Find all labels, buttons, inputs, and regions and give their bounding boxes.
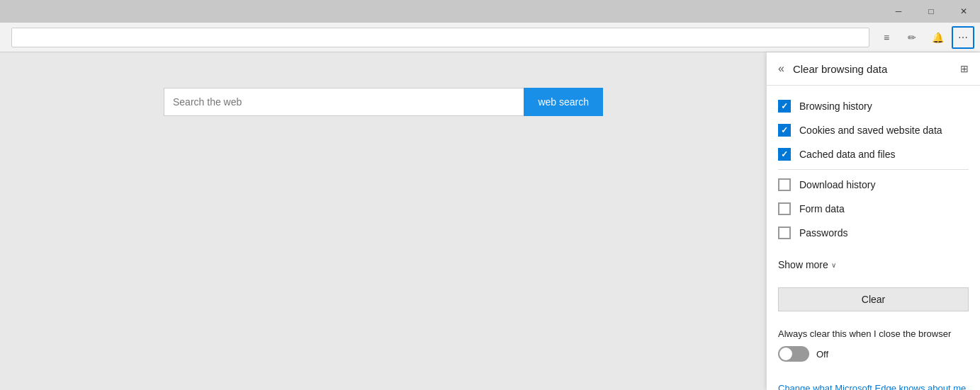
toolbar-icons: ≡ ✏ 🔔 ⋯ [875,26,974,49]
panel-title: Clear browsing data [793,63,952,75]
always-clear-toggle[interactable] [778,346,809,362]
back-button[interactable]: « [778,62,784,75]
list-item[interactable]: Download history [778,173,969,197]
titlebar: ─ □ ✕ [0,0,980,23]
cookies-label: Cookies and saved website data [799,125,942,136]
hamburger-icon[interactable]: ≡ [875,26,898,49]
checkbox-form-data[interactable] [778,202,791,215]
passwords-label: Passwords [799,227,847,239]
list-item[interactable]: Cached data and files [778,142,969,166]
browsing-history-label: Browsing history [799,101,872,112]
search-input[interactable] [164,88,524,116]
browser-chrome: ≡ ✏ 🔔 ⋯ [0,23,980,52]
toggle-state-label: Off [816,349,828,360]
checkbox-cached-data[interactable] [778,148,791,161]
divider [778,169,969,170]
clear-button-container: Clear [767,276,980,323]
close-button[interactable]: ✕ [947,0,980,23]
download-history-label: Download history [799,179,875,190]
always-clear-section: Always clear this when I close the brows… [767,323,980,373]
annotate-icon[interactable]: ✏ [901,26,923,49]
checkbox-list: Browsing history Cookies and saved websi… [767,86,980,253]
checkbox-download-history[interactable] [778,178,791,191]
show-more-label: Show more [778,259,828,270]
address-bar[interactable] [11,28,869,47]
always-clear-label: Always clear this when I close the brows… [778,328,969,339]
list-item[interactable]: Form data [778,197,969,221]
maximize-button[interactable]: □ [915,0,947,23]
panel-header: « Clear browsing data ⊞ [767,52,980,86]
form-data-label: Form data [799,203,845,214]
chevron-down-icon: ∨ [831,261,836,269]
notifications-icon[interactable]: 🔔 [926,26,949,49]
search-button[interactable]: web search [524,88,603,116]
cached-data-label: Cached data and files [799,149,895,160]
menu-button[interactable]: ⋯ [952,26,974,49]
checkbox-browsing-history[interactable] [778,100,791,113]
cloud-link-section: Change what Microsoft Edge knows about m… [767,373,980,390]
search-container: web search [164,88,603,116]
cloud-link[interactable]: Change what Microsoft Edge knows about m… [778,383,966,390]
show-more-button[interactable]: Show more ∨ [767,253,980,276]
toggle-row: Off [778,346,969,362]
checkbox-cookies[interactable] [778,124,791,137]
list-item[interactable]: Passwords [778,221,969,245]
list-item[interactable]: Browsing history [778,94,969,118]
checkbox-passwords[interactable] [778,226,791,239]
minimize-button[interactable]: ─ [882,0,915,23]
list-item[interactable]: Cookies and saved website data [778,118,969,142]
main-content: web search [0,52,767,390]
side-panel: « Clear browsing data ⊞ Browsing history… [767,52,980,390]
pin-icon[interactable]: ⊞ [960,63,969,74]
clear-button[interactable]: Clear [778,287,969,311]
